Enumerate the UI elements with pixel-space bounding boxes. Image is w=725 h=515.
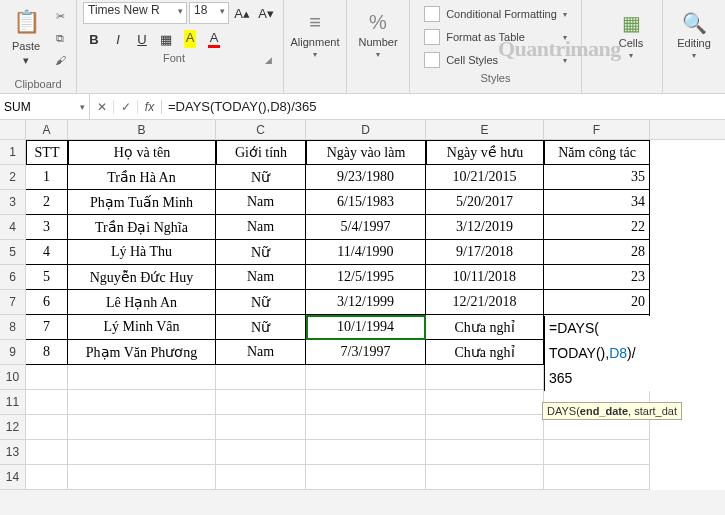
- cut-button[interactable]: ✂: [50, 6, 70, 26]
- format-painter-button[interactable]: 🖌: [50, 50, 70, 70]
- number-button[interactable]: % Number ▾: [353, 2, 403, 68]
- column-header[interactable]: E: [426, 120, 544, 139]
- font-expand-icon[interactable]: ◢: [265, 55, 277, 67]
- cell[interactable]: 5/4/1997: [306, 215, 426, 240]
- format-as-table-button[interactable]: Format as Table▾: [420, 27, 571, 47]
- cell[interactable]: Nam: [216, 190, 306, 215]
- copy-button[interactable]: ⧉: [50, 28, 70, 48]
- cell[interactable]: 10/11/2018: [426, 265, 544, 290]
- cell[interactable]: 9/17/2018: [426, 240, 544, 265]
- cell[interactable]: Nam: [216, 215, 306, 240]
- cell[interactable]: 23: [544, 265, 650, 290]
- cell[interactable]: 35: [544, 165, 650, 190]
- cell[interactable]: Nam: [216, 340, 306, 365]
- cell[interactable]: Nữ: [216, 290, 306, 315]
- italic-button[interactable]: I: [107, 28, 129, 50]
- increase-font-button[interactable]: A▴: [231, 2, 253, 24]
- cell[interactable]: Phạm Văn Phương: [68, 340, 216, 365]
- cell-edit-overlay[interactable]: =DAYS( TODAY(),D8)/ 365: [544, 316, 662, 391]
- cell[interactable]: 28: [544, 240, 650, 265]
- row-header[interactable]: 5: [0, 240, 26, 265]
- row-header[interactable]: 10: [0, 365, 26, 390]
- name-box[interactable]: SUM▾: [0, 94, 90, 119]
- column-header[interactable]: B: [68, 120, 216, 139]
- row-header[interactable]: 14: [0, 465, 26, 490]
- column-header[interactable]: F: [544, 120, 650, 139]
- cell[interactable]: 20: [544, 290, 650, 315]
- row-header[interactable]: 2: [0, 165, 26, 190]
- cell[interactable]: 5: [26, 265, 68, 290]
- fx-icon[interactable]: fx: [138, 100, 162, 114]
- cell[interactable]: 11/4/1990: [306, 240, 426, 265]
- row-header[interactable]: 3: [0, 190, 26, 215]
- cell[interactable]: 2: [26, 190, 68, 215]
- cell[interactable]: Họ và tên: [68, 140, 216, 165]
- cell[interactable]: 34: [544, 190, 650, 215]
- cell[interactable]: 1: [26, 165, 68, 190]
- font-size-select[interactable]: 18: [189, 2, 229, 24]
- cell[interactable]: Nguyễn Đức Huy: [68, 265, 216, 290]
- cell[interactable]: 10/1/1994: [306, 315, 426, 340]
- cell[interactable]: 6/15/1983: [306, 190, 426, 215]
- select-all-corner[interactable]: [0, 120, 26, 139]
- paste-button[interactable]: 📋 Paste ▾: [6, 4, 46, 67]
- enter-button[interactable]: ✓: [114, 100, 138, 114]
- row-header[interactable]: 6: [0, 265, 26, 290]
- font-color-button[interactable]: A: [203, 28, 225, 50]
- column-header[interactable]: A: [26, 120, 68, 139]
- cell[interactable]: Chưa nghỉ: [426, 340, 544, 365]
- conditional-formatting-button[interactable]: Conditional Formatting▾: [420, 4, 571, 24]
- formula-input[interactable]: =DAYS(TODAY(),D8)/365: [162, 94, 725, 119]
- row-header[interactable]: 7: [0, 290, 26, 315]
- cell[interactable]: 9/23/1980: [306, 165, 426, 190]
- cell[interactable]: 5/20/2017: [426, 190, 544, 215]
- cells-button[interactable]: ▦ Cells ▾: [606, 2, 656, 68]
- row-header[interactable]: 1: [0, 140, 26, 165]
- cell[interactable]: Trần Đại Nghĩa: [68, 215, 216, 240]
- cell[interactable]: 12/5/1995: [306, 265, 426, 290]
- cell[interactable]: Nữ: [216, 165, 306, 190]
- underline-button[interactable]: U: [131, 28, 153, 50]
- cell[interactable]: 10/21/2015: [426, 165, 544, 190]
- alignment-button[interactable]: ≡ Alignment ▾: [290, 2, 340, 68]
- cell[interactable]: 8: [26, 340, 68, 365]
- border-button[interactable]: ▦: [155, 28, 177, 50]
- cell[interactable]: STT: [26, 140, 68, 165]
- fill-color-button[interactable]: A: [179, 28, 201, 50]
- cell[interactable]: Lê Hạnh An: [68, 290, 216, 315]
- cell-styles-button[interactable]: Cell Styles▾: [420, 50, 571, 70]
- row-header[interactable]: 12: [0, 415, 26, 440]
- cancel-button[interactable]: ✕: [90, 100, 114, 114]
- cell[interactable]: Nam: [216, 265, 306, 290]
- cell[interactable]: Ngày về hưu: [426, 140, 544, 165]
- row-header[interactable]: 11: [0, 390, 26, 415]
- cell[interactable]: 3: [26, 215, 68, 240]
- font-family-select[interactable]: Times New R: [83, 2, 187, 24]
- cell[interactable]: Năm công tác: [544, 140, 650, 165]
- cell[interactable]: 12/21/2018: [426, 290, 544, 315]
- cell[interactable]: Ngày vào làm: [306, 140, 426, 165]
- column-header[interactable]: C: [216, 120, 306, 139]
- cell[interactable]: Nữ: [216, 315, 306, 340]
- spreadsheet-grid[interactable]: A B C D E F 1 STT Họ và tên Giới tính Ng…: [0, 120, 725, 490]
- editing-button[interactable]: 🔍 Editing ▾: [669, 2, 719, 68]
- cell[interactable]: Trần Hà An: [68, 165, 216, 190]
- cell[interactable]: Nữ: [216, 240, 306, 265]
- cell[interactable]: Chưa nghỉ: [426, 315, 544, 340]
- bold-button[interactable]: B: [83, 28, 105, 50]
- row-header[interactable]: 4: [0, 215, 26, 240]
- cell[interactable]: Lý Hà Thu: [68, 240, 216, 265]
- cell[interactable]: 22: [544, 215, 650, 240]
- column-header[interactable]: D: [306, 120, 426, 139]
- cell[interactable]: Phạm Tuấn Minh: [68, 190, 216, 215]
- cell[interactable]: 7/3/1997: [306, 340, 426, 365]
- cell[interactable]: 7: [26, 315, 68, 340]
- row-header[interactable]: 13: [0, 440, 26, 465]
- cell[interactable]: Giới tính: [216, 140, 306, 165]
- decrease-font-button[interactable]: A▾: [255, 2, 277, 24]
- row-header[interactable]: 8: [0, 315, 26, 340]
- cell[interactable]: 4: [26, 240, 68, 265]
- cell[interactable]: 3/12/1999: [306, 290, 426, 315]
- cell[interactable]: Lý Minh Vân: [68, 315, 216, 340]
- cell[interactable]: 6: [26, 290, 68, 315]
